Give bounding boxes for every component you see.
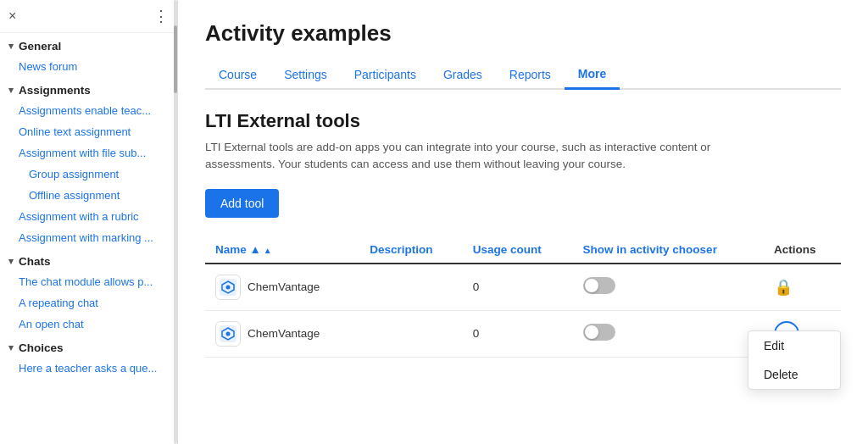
tools-table: Name ▲DescriptionUsage countShow in acti… [205,236,841,358]
sidebar-section-general[interactable]: ▾General [0,33,177,56]
tool-desc-1 [359,310,463,357]
dropdown-item-delete[interactable]: Delete [748,360,840,389]
col-header-show_in_chooser: Show in activity chooser [573,236,764,264]
main-content: Activity examples CourseSettingsParticip… [178,0,868,444]
tool-name-cell-1: ChemVantage [205,310,359,357]
sidebar-item-assignment-marking[interactable]: Assignment with marking ... [0,227,177,248]
actions-dropdown: EditDelete [748,330,841,390]
tool-icon-1 [215,321,241,347]
section-label: Chats [19,255,51,268]
sidebar-section-assignments[interactable]: ▾Assignments [0,77,177,100]
show-chooser-toggle-0[interactable] [583,277,615,294]
sidebar-item-open-chat[interactable]: An open chat [0,314,177,335]
tool-name-1: ChemVantage [248,327,320,340]
sidebar-section-chats[interactable]: ▾Chats [0,248,177,271]
sidebar-item-online-text[interactable]: Online text assignment [0,121,177,142]
sidebar-item-news-forum[interactable]: News forum [0,56,177,77]
svg-point-1 [226,285,231,289]
dropdown-item-edit[interactable]: Edit [748,331,840,360]
sidebar-scrollbar-thumb [174,25,177,93]
sidebar: × ⋮ ▾GeneralNews forum▾AssignmentsAssign… [0,0,178,444]
toggle-cell-0 [573,264,764,311]
sidebar-header: × ⋮ [0,0,177,33]
col-header-description: Description [359,236,463,264]
chevron-icon: ▾ [8,41,14,52]
add-tool-button[interactable]: Add tool [205,189,279,218]
sidebar-item-group-assignment[interactable]: Group assignment [0,164,177,185]
svg-point-3 [226,331,231,336]
col-header-name[interactable]: Name ▲ [205,236,359,264]
section-label: Choices [19,341,64,354]
tab-grades[interactable]: Grades [430,61,496,88]
col-header-usage_count: Usage count [463,236,573,264]
tab-course[interactable]: Course [205,61,270,88]
section-title: LTI External tools [205,110,841,132]
sidebar-item-assignment-rubric[interactable]: Assignment with a rubric [0,206,177,227]
sidebar-item-teacher-asks[interactable]: Here a teacher asks a que... [0,358,177,379]
tool-name-cell-0: ChemVantage [205,264,359,311]
chevron-icon: ▾ [8,256,14,267]
more-options-icon[interactable]: ⋮ [153,7,169,25]
usage-count-0: 0 [463,264,573,311]
lock-icon-0[interactable]: 🔒 [774,279,793,296]
tab-participants[interactable]: Participants [341,61,430,88]
section-label: Assignments [19,84,91,97]
table-row: ChemVantage 0⋯ [205,310,841,357]
col-header-actions: Actions [764,236,841,264]
sidebar-item-chat-module[interactable]: The chat module allows p... [0,271,177,292]
tab-reports[interactable]: Reports [496,61,565,88]
tool-name-0: ChemVantage [248,280,320,293]
sidebar-item-assignment-file[interactable]: Assignment with file sub... [0,142,177,164]
toggle-cell-1 [573,310,764,357]
page-title: Activity examples [205,20,841,47]
sidebar-section-choices[interactable]: ▾Choices [0,335,177,358]
actions-cell-0: 🔒 [764,264,841,311]
section-label: General [19,40,61,53]
tool-icon-0 [215,275,241,300]
tab-more[interactable]: More [565,60,620,90]
tab-settings[interactable]: Settings [270,61,341,88]
show-chooser-toggle-1[interactable] [583,324,615,341]
tool-desc-0 [359,264,463,311]
tabs-nav: CourseSettingsParticipantsGradesReportsM… [205,60,841,90]
chevron-icon: ▾ [8,342,14,353]
table-row: ChemVantage 0🔒 [205,264,841,311]
section-description: LTI External tools are add-on apps you c… [205,139,782,174]
close-icon[interactable]: × [8,8,16,24]
sidebar-item-offline-assignment[interactable]: Offline assignment [0,185,177,206]
usage-count-1: 0 [463,310,573,357]
sidebar-item-repeating-chat[interactable]: A repeating chat [0,292,177,314]
chevron-icon: ▾ [8,85,14,96]
sidebar-item-assignments-enable[interactable]: Assignments enable teac... [0,100,177,121]
sidebar-scrollbar[interactable] [174,0,177,444]
